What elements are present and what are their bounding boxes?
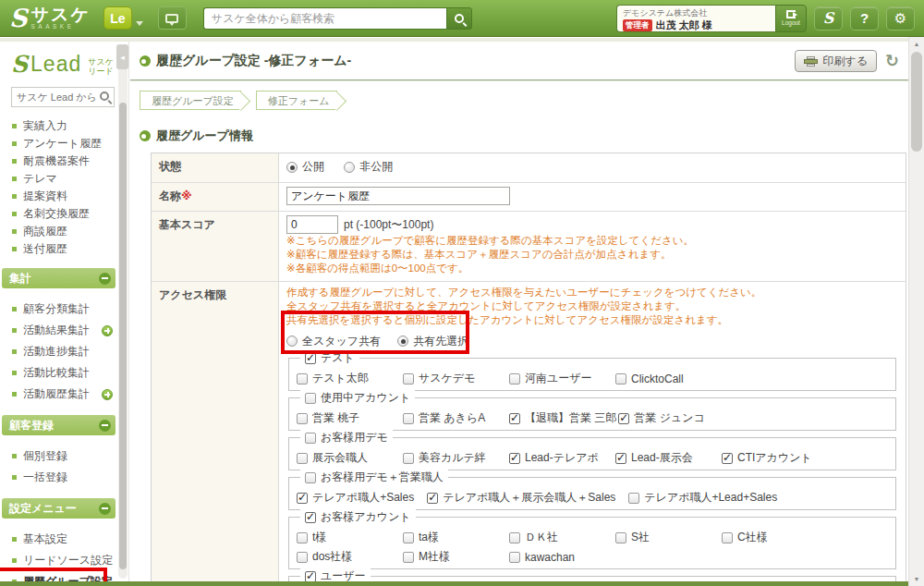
scroll-up-arrow[interactable]: ▲ xyxy=(909,41,924,47)
checkbox-icon[interactable] xyxy=(618,413,629,424)
account-checkbox[interactable]: テスト太郎 xyxy=(297,369,401,388)
account-checkbox[interactable]: ta様 xyxy=(403,528,507,547)
checkbox-icon[interactable] xyxy=(297,532,308,543)
breadcrumb-rireki-group-settei[interactable]: 履歴グループ設定 xyxy=(140,91,241,110)
sidebar-item-katsudo-shinchoku[interactable]: 活動進捗集計 xyxy=(0,341,128,362)
sidebar-item-katsudo-rireki[interactable]: 活動履歴集計 xyxy=(0,384,128,405)
sidebar-section-shukei[interactable]: 集計 xyxy=(2,268,116,288)
chat-button[interactable] xyxy=(158,6,187,30)
global-search-button[interactable] xyxy=(446,7,472,30)
account-checkbox[interactable]: 展示会職人 xyxy=(297,448,401,468)
account-checkbox[interactable]: ＤＫ社 xyxy=(509,528,614,547)
checkbox-icon[interactable] xyxy=(509,413,520,424)
help-button[interactable]: ? xyxy=(850,6,879,31)
checkbox-icon[interactable] xyxy=(403,532,414,543)
checkbox-icon[interactable] xyxy=(509,373,520,385)
access-option-select-share[interactable]: 共有先選択 xyxy=(397,332,468,351)
account-checkbox[interactable]: 河南ユーザー xyxy=(509,369,614,388)
sidebar-item-telema[interactable]: テレマ xyxy=(0,170,128,188)
global-search-input[interactable] xyxy=(203,7,446,30)
page-scrollbar[interactable]: ▲ ▼ xyxy=(908,37,924,586)
sidebar-item-katsudo-kekka[interactable]: 活動結果集計 xyxy=(0,320,128,341)
account-checkbox[interactable]: M社様 xyxy=(403,547,507,567)
group-header[interactable]: お客様用デモ＋営業職人 xyxy=(300,470,448,485)
checkbox-icon[interactable] xyxy=(297,373,308,385)
checkbox-icon[interactable] xyxy=(615,373,626,385)
group-header[interactable]: テスト xyxy=(300,350,359,366)
checkbox-icon[interactable] xyxy=(305,472,316,483)
account-checkbox[interactable]: 営業 桃子 xyxy=(297,409,401,428)
checkbox-icon[interactable] xyxy=(297,493,308,504)
checkbox-icon[interactable] xyxy=(427,493,438,504)
checkbox-icon[interactable] xyxy=(628,493,639,504)
checkbox-icon[interactable] xyxy=(509,532,520,543)
checkbox-icon[interactable] xyxy=(722,532,733,543)
chevron-down-icon[interactable] xyxy=(136,21,143,26)
checkbox-icon[interactable] xyxy=(403,413,414,424)
name-input[interactable] xyxy=(286,187,510,205)
breadcrumb-shusei-form[interactable]: 修正フォーム xyxy=(256,91,337,110)
account-checkbox[interactable]: Lead-展示会 xyxy=(615,448,720,468)
checkbox-icon[interactable] xyxy=(509,453,520,464)
collapse-minus-icon[interactable] xyxy=(99,503,111,515)
radio-icon[interactable] xyxy=(286,336,298,347)
score-input[interactable] xyxy=(286,215,338,234)
group-header[interactable]: お客様アカウント xyxy=(300,509,416,525)
radio-icon[interactable] xyxy=(344,162,355,173)
checkbox-icon[interactable] xyxy=(615,453,626,464)
checkbox-icon[interactable] xyxy=(403,552,414,563)
checkbox-icon[interactable] xyxy=(305,393,316,404)
expand-plus-icon[interactable] xyxy=(102,325,113,336)
collapse-minus-icon[interactable] xyxy=(99,420,111,432)
logout-button[interactable]: Logout xyxy=(775,5,807,32)
account-checkbox[interactable]: dos社様 xyxy=(297,547,401,567)
checkbox-icon[interactable] xyxy=(305,571,316,582)
group-header[interactable]: 使用中アカウント xyxy=(300,390,415,406)
account-checkbox[interactable]: CTIアカウント xyxy=(722,448,826,468)
account-checkbox[interactable]: 営業 ジュンコ xyxy=(618,409,723,428)
account-checkbox[interactable]: テレアポ職人+Lead+Sales xyxy=(628,488,777,507)
status-option-private[interactable]: 非公開 xyxy=(344,157,393,177)
account-checkbox[interactable]: ClicktoCall xyxy=(615,369,720,388)
settings-button[interactable]: ⚙ xyxy=(886,6,915,31)
account-checkbox[interactable]: サスケデモ xyxy=(403,369,507,388)
checkbox-icon[interactable] xyxy=(305,433,316,444)
account-checkbox[interactable]: テレアポ職人＋展示会職人＋Sales xyxy=(427,488,615,507)
account-checkbox[interactable]: t様 xyxy=(297,528,401,547)
sidebar-scrollbar-thumb[interactable] xyxy=(119,103,127,569)
lead-app-badge[interactable]: Le xyxy=(103,6,132,30)
expand-plus-icon[interactable] xyxy=(102,389,113,400)
account-checkbox[interactable]: Lead-テレアポ xyxy=(509,448,614,468)
checkbox-icon[interactable] xyxy=(297,453,308,464)
scroll-down-arrow[interactable]: ▼ xyxy=(909,576,924,582)
sidebar-collapse-tab[interactable]: ◂ xyxy=(116,44,128,69)
radio-icon[interactable] xyxy=(286,162,298,173)
account-checkbox[interactable]: 【退職】営業 三郎 xyxy=(509,409,616,428)
sidebar-item-sofu[interactable]: 送付履歴 xyxy=(0,240,128,258)
checkbox-icon[interactable] xyxy=(305,353,316,364)
checkbox-icon[interactable] xyxy=(403,373,414,385)
sidebar-section-settei[interactable]: 設定メニュー xyxy=(2,498,116,519)
sidebar-item-kihon-settei[interactable]: 基本設定 xyxy=(0,529,128,550)
account-checkbox[interactable]: 営業 あきらA xyxy=(403,409,507,428)
group-header[interactable]: お客様用デモ xyxy=(300,430,393,446)
sidebar-item-meishi[interactable]: 名刺交換履歴 xyxy=(0,205,128,223)
account-checkbox[interactable]: kawachan xyxy=(509,547,614,567)
sidebar-item-shodan[interactable]: 商談履歴 xyxy=(0,223,128,240)
radio-icon[interactable] xyxy=(397,336,408,347)
collapse-minus-icon[interactable] xyxy=(99,273,111,285)
checkbox-icon[interactable] xyxy=(722,453,733,464)
sidebar-item-katsudo-hikaku[interactable]: 活動比較集計 xyxy=(0,362,128,384)
account-checkbox[interactable]: 美容カルテ絆 xyxy=(403,448,507,468)
account-checkbox[interactable]: C社様 xyxy=(722,528,826,547)
sidebar-item-taishin[interactable]: 耐震機器案件 xyxy=(0,153,128,170)
checkbox-icon[interactable] xyxy=(615,532,626,543)
checkbox-icon[interactable] xyxy=(297,552,308,563)
saaske-home-button[interactable]: S xyxy=(814,6,843,31)
status-option-public[interactable]: 公開 xyxy=(286,157,324,177)
account-checkbox[interactable]: テレアポ職人+Sales xyxy=(297,488,414,507)
sidebar-item-kokyaku-bunrui[interactable]: 顧客分類集計 xyxy=(0,299,128,320)
checkbox-icon[interactable] xyxy=(509,552,520,563)
sidebar-item-kobetsu[interactable]: 個別登録 xyxy=(0,446,128,467)
sidebar-item-leadsource-settei[interactable]: リードソース設定 xyxy=(0,550,128,571)
